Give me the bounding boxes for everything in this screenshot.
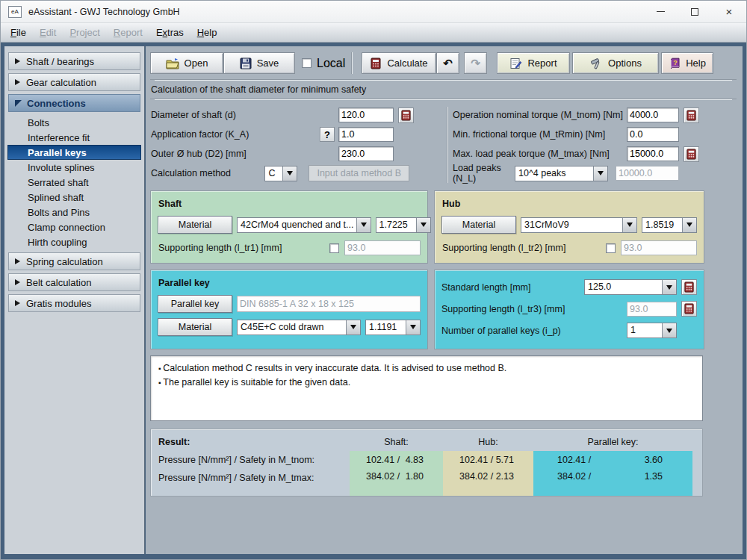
result-cell-key-tmax: 384.02 /1.35 bbox=[533, 469, 692, 496]
sidebar-item-clamp-connection[interactable]: Clamp connection bbox=[8, 220, 140, 234]
shaft-material-number-select[interactable]: 1.7225 bbox=[376, 217, 431, 233]
calculation-method-select[interactable]: C bbox=[264, 166, 297, 181]
title-bar: eA eAssistant - GWJ Technology GmbH × bbox=[1, 1, 746, 23]
menu-help[interactable]: Help bbox=[190, 25, 224, 40]
sidebar-section-gratis-modules[interactable]: Gratis modules bbox=[8, 294, 140, 312]
result-col-shaft: Shaft: bbox=[350, 433, 443, 451]
menu-extras[interactable]: Extras bbox=[149, 25, 190, 40]
save-button[interactable]: Save bbox=[223, 52, 295, 74]
menu-report: Report bbox=[107, 25, 149, 40]
result-cell-hub-tnom: 102.41 /5.71 bbox=[443, 451, 533, 469]
result-cell-shaft-tnom: 102.41 /4.83 bbox=[350, 451, 443, 469]
standard-length-value: 125.0 bbox=[585, 280, 662, 294]
key-supporting-length-calc-button[interactable] bbox=[681, 301, 697, 317]
shaft-supporting-length-checkbox[interactable] bbox=[329, 243, 339, 253]
hub-material-number-select[interactable]: 1.8519 bbox=[642, 217, 697, 233]
frictional-torque-input[interactable] bbox=[627, 127, 679, 142]
collapsed-icon bbox=[15, 258, 20, 264]
peak-torque-calc-button[interactable] bbox=[684, 146, 699, 162]
close-button[interactable]: × bbox=[712, 1, 746, 22]
hub-material-button[interactable]: Material bbox=[441, 216, 516, 234]
hub-material-select[interactable]: 31CrMoV9 bbox=[521, 217, 637, 233]
parallel-key-panel: Parallel key Parallel key Material C45E+… bbox=[150, 270, 428, 349]
sidebar-item-bolts-and-pins[interactable]: Bolts and Pins bbox=[8, 205, 140, 220]
dropdown-arrow-icon bbox=[662, 280, 676, 294]
load-peaks-select[interactable]: 10^4 peaks bbox=[515, 166, 608, 181]
outer-hub-diameter-input[interactable] bbox=[338, 146, 394, 161]
sidebar-item-bolts[interactable]: Bolts bbox=[8, 115, 140, 130]
key-material-value: C45E+C cold drawn bbox=[238, 320, 346, 335]
standard-length-select[interactable]: 125.0 bbox=[584, 279, 677, 295]
diameter-of-shaft-input[interactable] bbox=[338, 108, 394, 122]
nominal-torque-label: Operation nominal torque (M_tnom) [Nm] bbox=[453, 110, 627, 120]
sidebar-item-splined-shaft[interactable]: Splined shaft bbox=[8, 190, 140, 205]
main-panel: Open Save Local Calculate ↶ ↷ bbox=[146, 46, 743, 554]
mini-calculator-icon bbox=[686, 110, 697, 121]
key-material-number-select[interactable]: 1.1191 bbox=[365, 320, 421, 335]
menu-project: Project bbox=[63, 25, 106, 40]
standard-length-calc-button[interactable] bbox=[681, 279, 697, 295]
application-factor-input[interactable] bbox=[338, 127, 394, 142]
dropdown-arrow-icon bbox=[282, 167, 297, 181]
dropdown-arrow-icon bbox=[662, 323, 676, 337]
sidebar-item-interference-fit[interactable]: Interference fit bbox=[8, 130, 140, 145]
local-label: Local bbox=[317, 57, 345, 70]
sidebar-section-spring-calculation[interactable]: Spring calculation bbox=[8, 252, 140, 270]
redo-icon: ↷ bbox=[471, 57, 480, 69]
dropdown-arrow-icon bbox=[346, 320, 360, 335]
calculation-method-label: Calculation method bbox=[151, 168, 264, 178]
shaft-supporting-length-label: Supporting length (l_tr1) [mm] bbox=[158, 243, 329, 253]
sidebar-item-hirth-coupling[interactable]: Hirth coupling bbox=[8, 234, 140, 249]
hub-supporting-length-label: Supporting length (l_tr2) [mm] bbox=[441, 243, 606, 253]
collapsed-icon bbox=[15, 79, 20, 85]
local-checkbox[interactable] bbox=[302, 58, 311, 68]
open-button[interactable]: Open bbox=[150, 52, 223, 74]
key-material-button[interactable]: Material bbox=[158, 318, 232, 336]
report-button[interactable]: Report bbox=[497, 52, 570, 74]
help-label: Help bbox=[686, 57, 706, 69]
shaft-material-select[interactable]: 42CrMo4 quenched and t... bbox=[237, 217, 371, 233]
window-controls: × bbox=[643, 1, 746, 22]
sidebar-item-serrated-shaft[interactable]: Serrated shaft bbox=[8, 175, 140, 190]
nominal-torque-input[interactable] bbox=[627, 108, 679, 122]
message-line: Calculation method C results in very ina… bbox=[158, 361, 695, 376]
shaft-material-button[interactable]: Material bbox=[158, 216, 232, 234]
parallel-key-button[interactable]: Parallel key bbox=[158, 295, 232, 313]
status-line: Calculation of the shaft diameter for mi… bbox=[150, 81, 737, 99]
minimize-button[interactable] bbox=[643, 1, 678, 22]
hub-supporting-length-checkbox[interactable] bbox=[606, 243, 616, 253]
local-option: Local bbox=[295, 52, 352, 74]
maximize-button[interactable] bbox=[678, 1, 712, 22]
nominal-torque-calc-button[interactable] bbox=[684, 108, 699, 123]
load-peaks-value: 10^4 peaks bbox=[515, 167, 593, 181]
options-button[interactable]: Options bbox=[572, 52, 659, 74]
svg-text:?: ? bbox=[673, 59, 678, 66]
material-panels: Shaft Material 42CrMo4 quenched and t...… bbox=[150, 190, 704, 264]
help-button[interactable]: ? Help bbox=[661, 52, 713, 74]
result-panel: Result: Shaft: Hub: Parallel key: Pressu… bbox=[150, 429, 703, 497]
mini-calculator-icon bbox=[686, 149, 697, 160]
peak-torque-input[interactable] bbox=[627, 146, 679, 161]
sidebar-section-gear-calculation[interactable]: Gear calculation bbox=[8, 73, 140, 91]
key-material-select[interactable]: C45E+C cold drawn bbox=[237, 320, 361, 335]
application-factor-help-button[interactable]: ? bbox=[320, 127, 335, 142]
minimize-icon bbox=[657, 11, 665, 12]
sidebar-section-belt-calculation[interactable]: Belt calculation bbox=[8, 273, 140, 291]
menu-file[interactable]: File bbox=[4, 25, 33, 40]
result-row-label: Pressure [N/mm²] / Safety in M_tmax: bbox=[151, 469, 350, 487]
toolbar: Open Save Local Calculate ↶ ↷ bbox=[150, 52, 737, 80]
diameter-calc-button[interactable] bbox=[398, 108, 414, 123]
collapsed-icon bbox=[15, 279, 20, 285]
sidebar-item-parallel-keys[interactable]: Parallel keys bbox=[7, 145, 141, 160]
number-of-keys-select[interactable]: 1 bbox=[627, 323, 677, 338]
sidebar-section-shaft-bearings[interactable]: Shaft / bearings bbox=[8, 52, 140, 70]
calculate-button[interactable]: Calculate bbox=[362, 52, 436, 74]
open-folder-icon bbox=[166, 57, 179, 69]
number-of-keys-value: 1 bbox=[627, 323, 662, 337]
key-dimensions-panel: Standard length [mm] 125.0 Supporting le… bbox=[434, 270, 704, 349]
hub-material-number: 1.8519 bbox=[642, 218, 682, 232]
sidebar-item-involute-splines[interactable]: Involute splines bbox=[8, 160, 140, 175]
options-tools-icon bbox=[589, 57, 603, 69]
undo-button[interactable]: ↶ bbox=[436, 52, 459, 74]
sidebar-section-connections[interactable]: Connections bbox=[8, 94, 140, 112]
